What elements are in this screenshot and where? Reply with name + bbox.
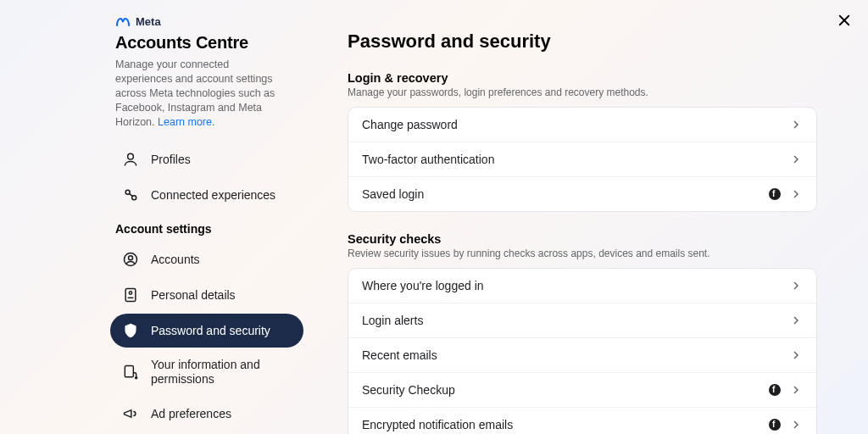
brand-text: Meta [136,15,161,28]
chevron-right-icon [789,187,803,201]
group-title: Login & recovery [348,71,817,85]
sidebar-item-label: Personal details [151,288,236,303]
row-label: Recent emails [362,348,437,362]
chevron-right-icon [789,314,803,327]
sidebar-item-profiles[interactable]: Profiles [110,142,303,176]
sidebar-item-label: Connected experiences [151,188,275,203]
group-security-checks: Security checks Review security issues b… [348,232,817,434]
row-recent-emails[interactable]: Recent emails [348,338,816,373]
row-label: Change password [362,118,458,131]
details-icon [122,287,139,303]
sidebar-item-connected-experiences[interactable]: Connected experiences [110,178,303,212]
card-security-checks: Where you're logged in Login alerts Rece… [348,268,817,434]
row-saved-login[interactable]: Saved login [348,177,816,211]
row-label: Security Checkup [362,383,455,397]
card-login-recovery: Change password Two-factor authenticatio… [348,107,817,212]
row-security-checkup[interactable]: Security Checkup [348,373,816,408]
svg-point-8 [129,292,131,294]
row-label: Two-factor authentication [362,153,494,166]
sidebar: Meta Accounts Centre Manage your connect… [0,0,309,434]
account-icon [122,251,139,268]
permissions-icon [122,364,139,381]
row-label: Encrypted notification emails [362,418,513,431]
chevron-right-icon [789,348,803,362]
sidebar-item-label: Profiles [151,153,191,167]
row-encrypted-emails[interactable]: Encrypted notification emails [348,408,816,434]
sidebar-item-personal-details[interactable]: Personal details [110,278,303,312]
sidebar-item-label: Accounts [151,253,200,267]
row-label: Saved login [362,187,424,201]
row-where-logged-in[interactable]: Where you're logged in [348,269,816,303]
brand: Meta [0,15,309,33]
sidebar-item-label: Your information and permissions [151,358,292,387]
person-icon [122,151,139,168]
sidebar-item-info-permissions[interactable]: Your information and permissions [110,349,303,395]
group-title: Security checks [348,232,817,246]
sidebar-item-label: Ad preferences [151,407,231,421]
main-content: Password and security Login & recovery M… [309,0,868,434]
svg-point-2 [128,154,134,160]
sidebar-item-password-security[interactable]: Password and security [110,314,303,348]
row-label: Where you're logged in [362,279,484,292]
shield-icon [122,322,139,339]
group-subtitle: Review security issues by running checks… [348,248,817,259]
row-login-alerts[interactable]: Login alerts [348,303,816,338]
sidebar-nav-top: Profiles Connected experiences [0,142,309,212]
sidebar-section-label: Account settings [0,214,309,241]
megaphone-icon [122,405,139,422]
chevron-right-icon [789,118,803,131]
chevron-right-icon [789,418,803,431]
sidebar-item-label: Password and security [151,324,270,338]
meta-logo-icon [115,17,131,27]
sidebar-item-ad-preferences[interactable]: Ad preferences [110,397,303,431]
chevron-right-icon [789,383,803,397]
sidebar-item-accounts[interactable]: Accounts [110,242,303,276]
group-login-recovery: Login & recovery Manage your passwords, … [348,71,817,212]
svg-point-6 [129,256,133,260]
connected-icon [122,186,139,203]
learn-more-link[interactable]: Learn more. [158,116,214,128]
sidebar-nav-settings: Accounts Personal details Password and s… [0,242,309,434]
svg-rect-9 [125,366,133,377]
facebook-icon [769,188,781,200]
page-title: Password and security [348,31,817,53]
row-two-factor[interactable]: Two-factor authentication [348,142,816,177]
row-label: Login alerts [362,314,423,327]
facebook-icon [769,384,781,396]
group-subtitle: Manage your passwords, login preferences… [348,86,817,98]
close-button[interactable] [834,10,854,31]
chevron-right-icon [789,279,803,292]
facebook-icon [769,419,781,431]
sidebar-description: Manage your connected experiences and ac… [0,58,309,141]
svg-rect-7 [125,289,136,302]
chevron-right-icon [789,153,803,166]
row-change-password[interactable]: Change password [348,108,816,142]
sidebar-title: Accounts Centre [0,33,309,58]
svg-point-10 [136,377,137,379]
close-icon [837,13,852,28]
